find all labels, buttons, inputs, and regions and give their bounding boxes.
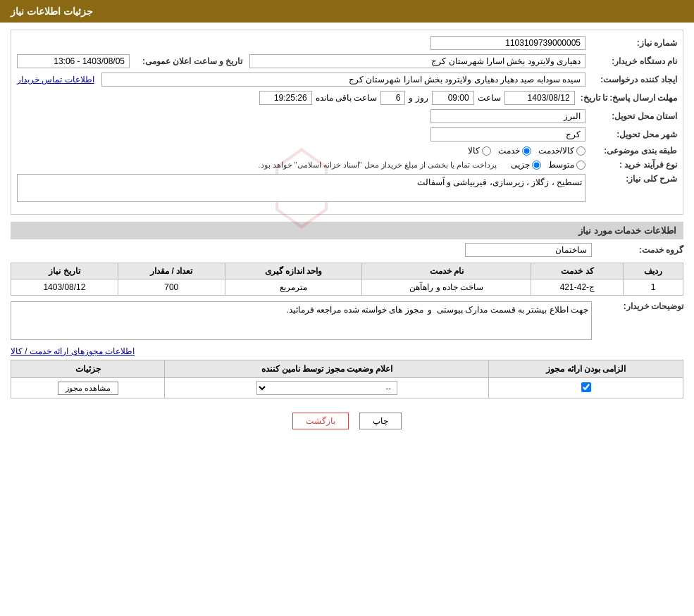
deadline-date: 1403/08/12 — [504, 91, 575, 105]
description-label: شرح کلی نیاز: — [585, 174, 677, 184]
cell-details: مشاهده مجوز — [11, 378, 165, 398]
buyer-date-row: نام دستگاه خریدار: دهیاری ولایترود بخش ا… — [17, 54, 677, 68]
buyer-notes-textarea[interactable] — [11, 301, 592, 340]
date-label: تاریخ و ساعت اعلان عمومی: — [137, 56, 242, 66]
radio-kala-khedmat: کالا/خدمت — [538, 146, 585, 156]
col-license-details: جزئیات — [11, 360, 165, 378]
deadline-remaining: 19:25:26 — [259, 91, 312, 105]
view-license-button[interactable]: مشاهده مجوز — [58, 382, 118, 395]
service-group-value: ساختمان — [465, 243, 592, 257]
col-unit: واحد اندازه گیری — [225, 263, 361, 279]
deadline-row: مهلت ارسال پاسخ: تا تاریخ: 1403/08/12 سا… — [17, 91, 677, 105]
deadline-days: 6 — [380, 91, 405, 105]
cell-status: -- — [165, 378, 489, 398]
creator-link[interactable]: اطلاعات تماس خریدار — [17, 75, 94, 84]
page-wrapper: جزئیات اطلاعات نیاز شماره نیاز: 11031097… — [0, 0, 694, 616]
content-area: شماره نیاز: 1103109739000005 نام دستگاه … — [0, 23, 694, 444]
province-value: البرز — [430, 109, 585, 123]
deadline-remaining-label: ساعت باقی مانده — [316, 93, 378, 103]
purchase-radio-group: متوسط جزیی — [511, 160, 585, 170]
services-section-title: اطلاعات خدمات مورد نیاز — [11, 222, 683, 239]
radio-motevaset-label: متوسط — [548, 160, 574, 170]
col-quantity: تعداد / مقدار — [118, 263, 225, 279]
radio-jozei-label: جزیی — [511, 160, 530, 170]
buyer-notes-container — [11, 301, 592, 342]
city-row: شهر محل تحویل: کرج — [17, 127, 677, 142]
buyer-org-value: دهیاری ولایترود بخش اسارا شهرستان کرج — [249, 54, 585, 68]
radio-khedmat-input[interactable] — [522, 146, 531, 156]
col-row: ردیف — [624, 263, 683, 279]
status-select[interactable]: -- — [256, 381, 397, 395]
main-form: شماره نیاز: 1103109739000005 نام دستگاه … — [11, 30, 683, 215]
province-label: استان محل تحویل: — [585, 111, 677, 121]
need-number-row: شماره نیاز: 1103109739000005 — [17, 36, 677, 50]
province-row: استان محل تحویل: البرز — [17, 109, 677, 123]
city-label: شهر محل تحویل: — [585, 130, 677, 139]
radio-kala-khedmat-input[interactable] — [576, 146, 585, 156]
purchase-type-label: نوع فرآیند خرید : — [585, 160, 677, 170]
radio-kala-input[interactable] — [482, 146, 491, 156]
license-section-link[interactable]: اطلاعات مجوزهای ارائه خدمت / کالا — [11, 346, 683, 356]
purchase-note: پرداخت تمام یا بخشی از مبلغ خریداز محل "… — [258, 161, 497, 170]
license-table: الزامی بودن ارائه مجوز اعلام وضعیت مجوز … — [11, 360, 683, 398]
creator-row: ایجاد کننده درخواست: سیده سودابه صید دهی… — [17, 73, 677, 87]
buyer-notes-row: توضیحات خریدار: — [11, 301, 683, 342]
service-group-label: گروه خدمت: — [592, 245, 683, 255]
print-button[interactable]: چاپ — [359, 413, 402, 429]
service-group-row: گروه خدمت: ساختمان — [11, 243, 683, 257]
col-license-status: اعلام وضعیت مجوز توسط نامین کننده — [165, 360, 489, 378]
page-header: جزئیات اطلاعات نیاز — [0, 0, 694, 23]
radio-khedmat: خدمت — [498, 146, 531, 156]
services-table: ردیف کد خدمت نام خدمت واحد اندازه گیری ت… — [11, 263, 683, 296]
back-button[interactable]: بازگشت — [292, 413, 349, 429]
cell-required — [489, 378, 683, 398]
page-title: جزئیات اطلاعات نیاز — [11, 6, 93, 17]
radio-jozei: جزیی — [511, 160, 541, 170]
date-value: 1403/08/05 - 13:06 — [17, 54, 130, 68]
cell-unit: مترمربع — [225, 279, 361, 296]
category-label: طبقه بندی موضوعی: — [585, 146, 677, 156]
footer-buttons: چاپ بازگشت — [11, 413, 683, 429]
radio-kala: کالا — [468, 146, 491, 156]
radio-motevaset: متوسط — [548, 160, 585, 170]
cell-row: 1 — [624, 279, 683, 296]
col-name: نام خدمت — [362, 263, 531, 279]
required-checkbox[interactable] — [581, 382, 591, 392]
radio-khedmat-label: خدمت — [498, 146, 520, 156]
need-number-label: شماره نیاز: — [585, 38, 677, 48]
buyer-notes-label: توضیحات خریدار: — [592, 301, 683, 311]
deadline-time-label: ساعت — [478, 93, 501, 103]
deadline-day-label: روز و — [409, 93, 428, 103]
purchase-type-row: نوع فرآیند خرید : متوسط جزیی پرداخت تمام… — [17, 160, 677, 170]
deadline-label: مهلت ارسال پاسخ: تا تاریخ: — [575, 93, 677, 103]
creator-value: سیده سودابه صید دهیار دهیاری ولایترود بخ… — [101, 73, 585, 87]
cell-date: 1403/08/12 — [11, 279, 118, 296]
deadline-time: 09:00 — [432, 91, 474, 105]
radio-kala-label: کالا — [468, 146, 480, 156]
category-row: طبقه بندی موضوعی: کالا/خدمت خدمت کالا — [17, 146, 677, 156]
license-table-row: -- مشاهده مجوز — [11, 378, 683, 398]
description-container: AnaTender — [17, 174, 585, 204]
cell-name: ساخت جاده و راهآهن — [362, 279, 531, 296]
radio-jozei-input[interactable] — [532, 161, 541, 170]
description-row: شرح کلی نیاز: AnaTender — [17, 174, 677, 204]
cell-quantity: 700 — [118, 279, 225, 296]
need-number-value: 1103109739000005 — [430, 36, 585, 50]
city-value: کرج — [430, 127, 585, 142]
description-textarea[interactable] — [17, 174, 585, 202]
radio-kala-khedmat-label: کالا/خدمت — [538, 146, 574, 156]
radio-motevaset-input[interactable] — [576, 161, 585, 170]
cell-code: ج-42-421 — [531, 279, 624, 296]
buyer-org-label: نام دستگاه خریدار: — [585, 56, 677, 66]
creator-label: ایجاد کننده درخواست: — [585, 75, 677, 84]
col-license-required: الزامی بودن ارائه مجوز — [489, 360, 683, 378]
col-code: کد خدمت — [531, 263, 624, 279]
table-row: 1 ج-42-421 ساخت جاده و راهآهن مترمربع 70… — [11, 279, 683, 296]
category-radio-group: کالا/خدمت خدمت کالا — [468, 146, 585, 156]
col-date: تاریخ نیاز — [11, 263, 118, 279]
